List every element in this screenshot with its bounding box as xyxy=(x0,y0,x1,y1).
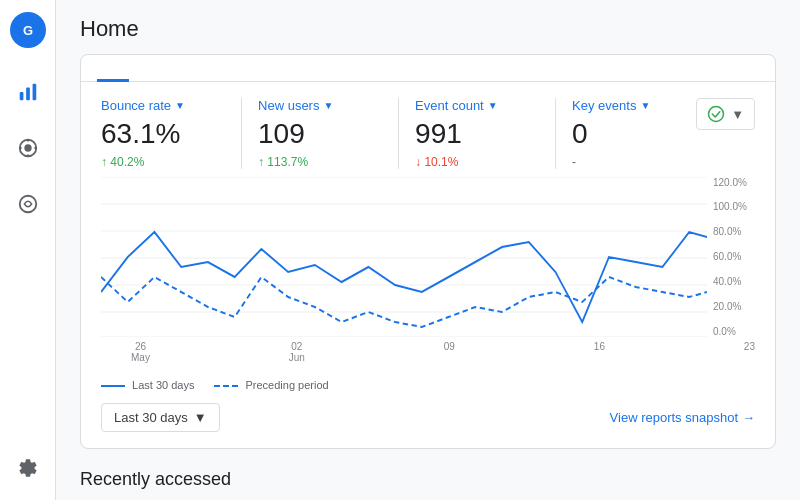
metric-divider-2 xyxy=(398,98,399,169)
svg-point-7 xyxy=(19,196,36,213)
legend-solid: Last 30 days xyxy=(101,379,194,391)
svg-point-6 xyxy=(24,144,31,151)
legend-dashed-line xyxy=(214,385,238,387)
key-events-change: - xyxy=(572,155,676,169)
recently-accessed-title: Recently accessed xyxy=(80,465,776,494)
x-label-26may: 26 May xyxy=(131,341,150,363)
tab-overview[interactable] xyxy=(97,55,129,82)
chart-legend: Last 30 days Preceding period xyxy=(81,371,775,395)
realtime-icon[interactable] xyxy=(8,128,48,168)
settings-icon[interactable] xyxy=(8,448,48,488)
reports-icon[interactable] xyxy=(8,72,48,112)
chevron-down-icon: ▼ xyxy=(175,100,185,111)
card-footer: Last 30 days ▼ View reports snapshot → xyxy=(81,395,775,448)
event-count-change: ↓ 10.1% xyxy=(415,155,519,169)
advertising-icon[interactable] xyxy=(8,184,48,224)
check-button[interactable]: ▼ xyxy=(696,98,755,130)
chart-y-axis: 120.0% 100.0% 80.0% 60.0% 40.0% 20.0% 0.… xyxy=(707,177,755,337)
metric-key-events: Key events ▼ 0 - xyxy=(572,98,696,169)
metric-bounce-rate: Bounce rate ▼ 63.1% ↑ 40.2% xyxy=(101,98,225,169)
svg-rect-2 xyxy=(19,92,23,100)
chevron-down-icon: ▼ xyxy=(488,100,498,111)
chevron-down-icon: ▼ xyxy=(194,410,207,425)
svg-rect-3 xyxy=(26,87,30,100)
event-count-value: 991 xyxy=(415,117,519,151)
key-events-value: 0 xyxy=(572,117,676,151)
chart-x-axis: 26 May 02 Jun 09 16 23 xyxy=(101,337,755,363)
bounce-rate-change: ↑ 40.2% xyxy=(101,155,205,169)
metric-divider-3 xyxy=(555,98,556,169)
x-label-23: 23 xyxy=(744,341,755,363)
x-label-09: 09 xyxy=(444,341,455,363)
chevron-down-icon: ▼ xyxy=(731,107,744,122)
metric-new-users: New users ▼ 109 ↑ 113.7% xyxy=(258,98,382,169)
metrics-row: Bounce rate ▼ 63.1% ↑ 40.2% New users ▼ … xyxy=(81,82,775,177)
metric-divider xyxy=(241,98,242,169)
legend-solid-line xyxy=(101,385,125,387)
bounce-rate-label[interactable]: Bounce rate ▼ xyxy=(101,98,205,113)
bounce-rate-value: 63.1% xyxy=(101,117,205,151)
new-users-value: 109 xyxy=(258,117,362,151)
new-users-label[interactable]: New users ▼ xyxy=(258,98,362,113)
chevron-down-icon: ▼ xyxy=(323,100,333,111)
x-label-02jun: 02 Jun xyxy=(289,341,305,363)
svg-text:G: G xyxy=(22,23,32,38)
svg-point-8 xyxy=(709,107,724,122)
sidebar: G xyxy=(0,0,56,500)
date-range-button[interactable]: Last 30 days ▼ xyxy=(101,403,220,432)
svg-rect-4 xyxy=(32,84,36,101)
page-title: Home xyxy=(80,16,776,42)
x-label-16: 16 xyxy=(594,341,605,363)
metric-event-count: Event count ▼ 991 ↓ 10.1% xyxy=(415,98,539,169)
main-content: Home Bounce rate ▼ 63.1% ↑ 40.2% New use… xyxy=(56,0,800,500)
key-events-label[interactable]: Key events ▼ xyxy=(572,98,676,113)
view-reports-link[interactable]: View reports snapshot → xyxy=(610,410,755,425)
card-tabs xyxy=(81,55,775,82)
legend-dashed: Preceding period xyxy=(214,379,328,391)
new-users-change: ↑ 113.7% xyxy=(258,155,362,169)
overview-card: Bounce rate ▼ 63.1% ↑ 40.2% New users ▼ … xyxy=(80,54,776,449)
arrow-right-icon: → xyxy=(742,410,755,425)
line-chart xyxy=(101,177,707,337)
event-count-label[interactable]: Event count ▼ xyxy=(415,98,519,113)
app-logo[interactable]: G xyxy=(10,12,46,48)
chart-container: 120.0% 100.0% 80.0% 60.0% 40.0% 20.0% 0.… xyxy=(81,177,775,371)
chevron-down-icon: ▼ xyxy=(640,100,650,111)
